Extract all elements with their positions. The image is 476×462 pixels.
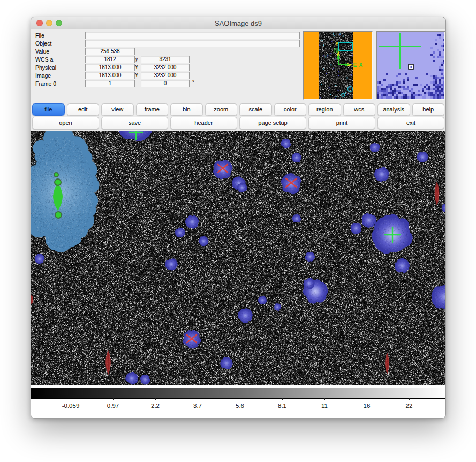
- menu-edit[interactable]: edit: [67, 103, 100, 116]
- info-field-object[interactable]: [85, 40, 300, 47]
- colorbar-tick: [113, 398, 114, 400]
- info-label-physical: Physical: [35, 64, 56, 71]
- window-title: SAOImage ds9: [31, 19, 445, 27]
- menu-bin[interactable]: bin: [170, 103, 203, 116]
- menu-view[interactable]: view: [101, 103, 134, 116]
- image-display[interactable]: [31, 131, 446, 385]
- colorbar-tick-label: 16: [364, 403, 371, 409]
- info-field-wcs-a-1[interactable]: 1812: [85, 56, 135, 63]
- info-field-frame-0-2[interactable]: 0: [141, 80, 190, 87]
- info-label-frame-0: Frame 0: [35, 80, 56, 87]
- colorbar-tick-label: 8.1: [278, 403, 286, 409]
- info-label-wcs-a: WCS a: [35, 56, 53, 63]
- info-field-file[interactable]: [85, 32, 300, 39]
- magnifier-canvas: [376, 31, 445, 100]
- info-field-physical-2[interactable]: 3232.000: [141, 64, 190, 71]
- menu-file[interactable]: file: [32, 103, 65, 116]
- colorbar-tick-label: 5.6: [236, 403, 244, 409]
- title-bar[interactable]: SAOImage ds9: [31, 17, 445, 29]
- menu-frame[interactable]: frame: [136, 103, 169, 116]
- info-field-value[interactable]: 256.538: [85, 48, 135, 55]
- info-label-value: Value: [35, 48, 49, 55]
- button-save[interactable]: save: [101, 117, 168, 129]
- info-field-wcs-a-2[interactable]: 3231: [141, 56, 190, 63]
- info-field-image-1[interactable]: 1813.000: [85, 72, 135, 79]
- info-field-image-2[interactable]: 3232.000: [141, 72, 190, 79]
- colorbar-tick: [409, 398, 410, 400]
- button-header[interactable]: header: [170, 117, 237, 129]
- menu-region[interactable]: region: [308, 103, 341, 116]
- colorbar[interactable]: [31, 388, 446, 399]
- coord-label-wcs-a-2: y: [133, 56, 140, 62]
- image-display-area: [31, 131, 446, 385]
- panner-canvas[interactable]: [303, 31, 373, 100]
- button-open[interactable]: open: [32, 117, 99, 129]
- colorbar-tick: [282, 398, 283, 400]
- colorbar-tick: [198, 398, 198, 400]
- colorbar-tick-label: 2.2: [151, 403, 160, 409]
- colorbar-tick-label: 3.7: [193, 403, 202, 409]
- info-field-frame-0-1[interactable]: 1: [85, 80, 135, 87]
- file-button-row: opensaveheaderpage setupprintexit: [32, 117, 444, 129]
- menu-analysis[interactable]: analysis: [377, 103, 410, 116]
- colorbar-tick: [367, 398, 367, 400]
- colorbar-tick: [240, 398, 240, 400]
- button-page-setup[interactable]: page setup: [239, 117, 306, 129]
- colorbar-tick: [155, 398, 156, 400]
- info-label-image: Image: [35, 72, 51, 79]
- colorbar-tick-label: 0.97: [107, 403, 119, 409]
- info-label-object: Object: [35, 40, 51, 47]
- menu-button-row: fileeditviewframebinzoomscalecolorregion…: [32, 103, 444, 116]
- button-exit[interactable]: exit: [377, 117, 444, 129]
- colorbar-tick-label: 11: [321, 403, 328, 409]
- info-label-file: File: [35, 32, 44, 39]
- button-print[interactable]: print: [308, 117, 375, 129]
- coord-label-image-2: Y: [133, 72, 140, 78]
- menu-help[interactable]: help: [412, 103, 445, 116]
- menu-zoom[interactable]: zoom: [205, 103, 238, 116]
- colorbar-area: -0.0590.972.23.75.68.1111622: [31, 385, 445, 418]
- info-field-physical-1[interactable]: 1813.000: [85, 64, 135, 71]
- menu-color[interactable]: color: [274, 103, 307, 116]
- menu-scale[interactable]: scale: [239, 103, 272, 116]
- ds9-window: SAOImage ds9 FileObjectValue256.538WCS a…: [31, 17, 446, 419]
- menu-wcs[interactable]: wcs: [343, 103, 376, 116]
- colorbar-tick-label: 22: [406, 403, 413, 409]
- colorbar-tick: [71, 398, 71, 400]
- degree-symbol: °: [192, 79, 194, 85]
- colorbar-tick-label: -0.059: [62, 403, 80, 409]
- colorbar-tick: [324, 398, 325, 400]
- coord-label-physical-2: Y: [133, 64, 140, 70]
